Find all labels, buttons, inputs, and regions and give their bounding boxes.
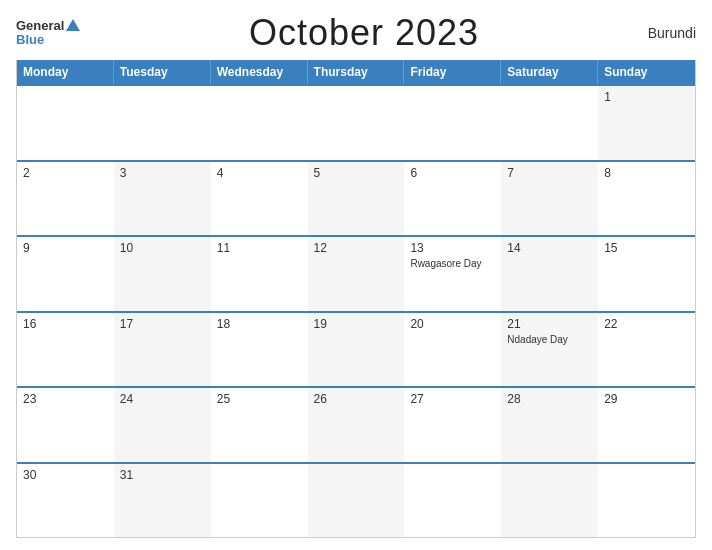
calendar-cell: 15	[598, 237, 695, 311]
calendar-cell: 19	[308, 313, 405, 387]
day-number: 17	[120, 317, 205, 331]
header-cell-saturday: Saturday	[501, 60, 598, 84]
calendar-cell: 26	[308, 388, 405, 462]
calendar-cell	[404, 464, 501, 538]
logo-general-text: General	[16, 19, 64, 33]
calendar-cell: 27	[404, 388, 501, 462]
calendar-cell	[501, 464, 598, 538]
calendar-cell	[17, 86, 114, 160]
day-number: 26	[314, 392, 399, 406]
day-number: 15	[604, 241, 689, 255]
day-number: 7	[507, 166, 592, 180]
calendar-cell: 21Ndadaye Day	[501, 313, 598, 387]
day-number: 14	[507, 241, 592, 255]
day-number: 30	[23, 468, 108, 482]
day-number: 21	[507, 317, 592, 331]
calendar-body: 12345678910111213Rwagasore Day1415161718…	[17, 84, 695, 537]
calendar-cell: 20	[404, 313, 501, 387]
day-number: 27	[410, 392, 495, 406]
calendar-cell	[404, 86, 501, 160]
calendar-cell: 14	[501, 237, 598, 311]
header-cell-friday: Friday	[404, 60, 501, 84]
day-number: 5	[314, 166, 399, 180]
calendar-cell	[501, 86, 598, 160]
calendar-cell: 10	[114, 237, 211, 311]
day-number: 24	[120, 392, 205, 406]
calendar-week-4: 23242526272829	[17, 386, 695, 462]
calendar-cell: 4	[211, 162, 308, 236]
header-cell-thursday: Thursday	[308, 60, 405, 84]
day-number: 3	[120, 166, 205, 180]
header-cell-tuesday: Tuesday	[114, 60, 211, 84]
day-number: 2	[23, 166, 108, 180]
calendar-cell: 5	[308, 162, 405, 236]
calendar-week-5: 3031	[17, 462, 695, 538]
calendar-cell: 23	[17, 388, 114, 462]
calendar-cell: 24	[114, 388, 211, 462]
calendar-week-3: 161718192021Ndadaye Day22	[17, 311, 695, 387]
logo-text: General Blue	[16, 19, 80, 48]
calendar-cell	[211, 86, 308, 160]
calendar-cell: 6	[404, 162, 501, 236]
calendar-week-1: 2345678	[17, 160, 695, 236]
day-event: Ndadaye Day	[507, 333, 592, 346]
calendar-header-row: MondayTuesdayWednesdayThursdayFridaySatu…	[17, 60, 695, 84]
page: General Blue October 2023 Burundi Monday…	[0, 0, 712, 550]
day-number: 1	[604, 90, 689, 104]
country-label: Burundi	[648, 25, 696, 41]
header-cell-monday: Monday	[17, 60, 114, 84]
calendar-cell: 22	[598, 313, 695, 387]
calendar-cell	[308, 464, 405, 538]
calendar-cell: 30	[17, 464, 114, 538]
day-number: 6	[410, 166, 495, 180]
calendar-cell: 11	[211, 237, 308, 311]
calendar-cell: 12	[308, 237, 405, 311]
day-number: 11	[217, 241, 302, 255]
day-number: 31	[120, 468, 205, 482]
title-area: October 2023	[80, 12, 647, 54]
calendar-cell	[598, 464, 695, 538]
calendar-title: October 2023	[80, 12, 647, 54]
day-number: 28	[507, 392, 592, 406]
logo: General Blue	[16, 19, 80, 48]
day-number: 16	[23, 317, 108, 331]
calendar-cell: 2	[17, 162, 114, 236]
day-number: 20	[410, 317, 495, 331]
day-number: 9	[23, 241, 108, 255]
day-number: 22	[604, 317, 689, 331]
calendar-cell	[308, 86, 405, 160]
calendar-cell: 16	[17, 313, 114, 387]
day-number: 18	[217, 317, 302, 331]
day-number: 19	[314, 317, 399, 331]
calendar-cell: 25	[211, 388, 308, 462]
day-number: 29	[604, 392, 689, 406]
logo-blue-text: Blue	[16, 33, 44, 47]
day-number: 4	[217, 166, 302, 180]
logo-triangle-icon	[66, 19, 80, 31]
calendar-cell: 29	[598, 388, 695, 462]
header: General Blue October 2023 Burundi	[16, 12, 696, 54]
header-cell-wednesday: Wednesday	[211, 60, 308, 84]
calendar-cell: 3	[114, 162, 211, 236]
calendar: MondayTuesdayWednesdayThursdayFridaySatu…	[16, 60, 696, 538]
calendar-cell: 8	[598, 162, 695, 236]
day-event: Rwagasore Day	[410, 257, 495, 270]
header-cell-sunday: Sunday	[598, 60, 695, 84]
calendar-cell: 31	[114, 464, 211, 538]
day-number: 12	[314, 241, 399, 255]
calendar-cell	[211, 464, 308, 538]
calendar-cell: 17	[114, 313, 211, 387]
calendar-week-0: 1	[17, 84, 695, 160]
day-number: 8	[604, 166, 689, 180]
calendar-cell: 18	[211, 313, 308, 387]
day-number: 23	[23, 392, 108, 406]
calendar-week-2: 910111213Rwagasore Day1415	[17, 235, 695, 311]
calendar-cell: 28	[501, 388, 598, 462]
calendar-cell: 1	[598, 86, 695, 160]
day-number: 10	[120, 241, 205, 255]
calendar-cell: 7	[501, 162, 598, 236]
calendar-cell	[114, 86, 211, 160]
calendar-cell: 9	[17, 237, 114, 311]
day-number: 13	[410, 241, 495, 255]
calendar-cell: 13Rwagasore Day	[404, 237, 501, 311]
